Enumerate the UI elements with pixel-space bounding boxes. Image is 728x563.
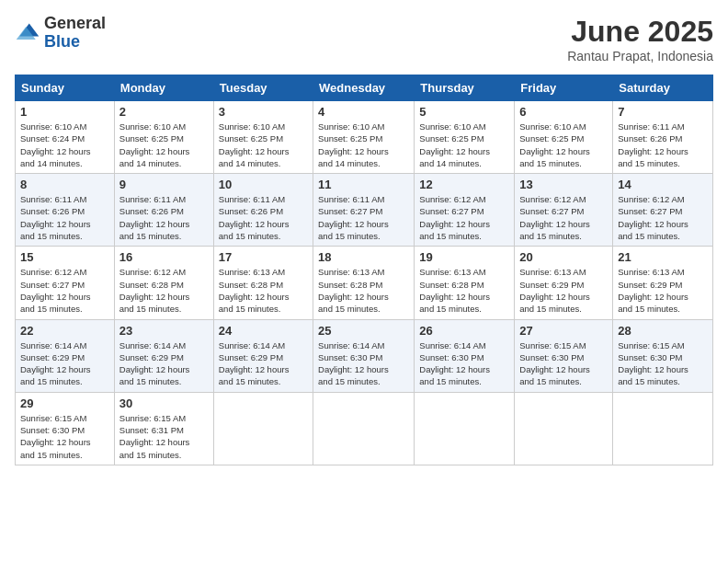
calendar-day-cell [313, 392, 415, 465]
calendar-day-cell: 16 Sunrise: 6:12 AM Sunset: 6:28 PM Dayl… [114, 247, 213, 319]
calendar-day-cell: 27 Sunrise: 6:15 AM Sunset: 6:30 PM Dayl… [515, 319, 613, 392]
day-info: Sunrise: 6:14 AM Sunset: 6:30 PM Dayligh… [318, 339, 409, 388]
calendar-day-cell: 8 Sunrise: 6:11 AM Sunset: 6:26 PM Dayli… [16, 174, 115, 247]
day-number: 30 [119, 396, 209, 410]
logo: General Blue [15, 15, 106, 52]
day-info: Sunrise: 6:12 AM Sunset: 6:28 PM Dayligh… [119, 266, 209, 315]
weekday-header-saturday: Saturday [613, 75, 713, 101]
day-info: Sunrise: 6:10 AM Sunset: 6:25 PM Dayligh… [318, 121, 409, 169]
day-info: Sunrise: 6:15 AM Sunset: 6:30 PM Dayligh… [519, 339, 608, 388]
logo-icon [15, 20, 40, 46]
day-number: 10 [219, 178, 308, 191]
day-number: 1 [20, 105, 109, 119]
day-number: 7 [618, 105, 708, 119]
day-info: Sunrise: 6:10 AM Sunset: 6:25 PM Dayligh… [219, 121, 308, 169]
title-area: June 2025 Rantau Prapat, Indonesia [567, 15, 713, 63]
day-info: Sunrise: 6:10 AM Sunset: 6:25 PM Dayligh… [519, 121, 608, 169]
day-number: 12 [419, 178, 509, 191]
day-number: 18 [318, 250, 409, 264]
subtitle: Rantau Prapat, Indonesia [567, 49, 713, 63]
calendar-week-row: 22 Sunrise: 6:14 AM Sunset: 6:29 PM Dayl… [16, 319, 713, 392]
calendar-table: SundayMondayTuesdayWednesdayThursdayFrid… [15, 75, 713, 465]
day-info: Sunrise: 6:13 AM Sunset: 6:28 PM Dayligh… [419, 266, 509, 315]
day-number: 26 [419, 324, 509, 338]
logo-text: General Blue [44, 15, 106, 52]
day-number: 11 [318, 178, 409, 191]
weekday-header-tuesday: Tuesday [213, 75, 313, 101]
day-info: Sunrise: 6:13 AM Sunset: 6:28 PM Dayligh… [318, 266, 409, 315]
day-info: Sunrise: 6:15 AM Sunset: 6:30 PM Dayligh… [618, 339, 708, 388]
day-number: 19 [419, 250, 509, 264]
day-number: 17 [219, 250, 308, 264]
day-number: 28 [618, 324, 708, 338]
calendar-day-cell: 5 Sunrise: 6:10 AM Sunset: 6:25 PM Dayli… [415, 101, 515, 174]
calendar-day-cell [515, 392, 613, 465]
day-info: Sunrise: 6:14 AM Sunset: 6:29 PM Dayligh… [119, 339, 209, 388]
calendar-day-cell: 28 Sunrise: 6:15 AM Sunset: 6:30 PM Dayl… [613, 319, 713, 392]
calendar-day-cell: 17 Sunrise: 6:13 AM Sunset: 6:28 PM Dayl… [213, 247, 313, 319]
weekday-header-monday: Monday [114, 75, 213, 101]
day-number: 8 [20, 178, 109, 191]
day-number: 20 [519, 250, 608, 264]
calendar-day-cell: 2 Sunrise: 6:10 AM Sunset: 6:25 PM Dayli… [114, 101, 213, 174]
day-number: 29 [20, 396, 109, 410]
calendar-day-cell: 25 Sunrise: 6:14 AM Sunset: 6:30 PM Dayl… [313, 319, 415, 392]
day-info: Sunrise: 6:13 AM Sunset: 6:29 PM Dayligh… [618, 266, 708, 315]
calendar-day-cell: 18 Sunrise: 6:13 AM Sunset: 6:28 PM Dayl… [313, 247, 415, 319]
calendar-day-cell [213, 392, 313, 465]
calendar-day-cell: 7 Sunrise: 6:11 AM Sunset: 6:26 PM Dayli… [613, 101, 713, 174]
calendar-day-cell: 23 Sunrise: 6:14 AM Sunset: 6:29 PM Dayl… [114, 319, 213, 392]
calendar-week-row: 29 Sunrise: 6:15 AM Sunset: 6:30 PM Dayl… [16, 392, 713, 465]
day-number: 6 [519, 105, 608, 119]
calendar-week-row: 15 Sunrise: 6:12 AM Sunset: 6:27 PM Dayl… [16, 247, 713, 319]
day-number: 13 [519, 178, 608, 191]
day-info: Sunrise: 6:13 AM Sunset: 6:28 PM Dayligh… [219, 266, 308, 315]
weekday-header-friday: Friday [515, 75, 613, 101]
day-number: 15 [20, 250, 109, 264]
calendar-day-cell: 4 Sunrise: 6:10 AM Sunset: 6:25 PM Dayli… [313, 101, 415, 174]
day-number: 23 [119, 324, 209, 338]
day-number: 21 [618, 250, 708, 264]
day-number: 16 [119, 250, 209, 264]
day-number: 25 [318, 324, 409, 338]
calendar-day-cell: 20 Sunrise: 6:13 AM Sunset: 6:29 PM Dayl… [515, 247, 613, 319]
day-info: Sunrise: 6:15 AM Sunset: 6:31 PM Dayligh… [119, 412, 209, 461]
day-info: Sunrise: 6:14 AM Sunset: 6:30 PM Dayligh… [419, 339, 509, 388]
calendar-day-cell: 9 Sunrise: 6:11 AM Sunset: 6:26 PM Dayli… [114, 174, 213, 247]
calendar-day-cell: 11 Sunrise: 6:11 AM Sunset: 6:27 PM Dayl… [313, 174, 415, 247]
calendar-day-cell: 22 Sunrise: 6:14 AM Sunset: 6:29 PM Dayl… [16, 319, 115, 392]
calendar-day-cell: 24 Sunrise: 6:14 AM Sunset: 6:29 PM Dayl… [213, 319, 313, 392]
day-number: 2 [119, 105, 209, 119]
day-number: 3 [219, 105, 308, 119]
day-number: 4 [318, 105, 409, 119]
weekday-header-wednesday: Wednesday [313, 75, 415, 101]
calendar-day-cell: 15 Sunrise: 6:12 AM Sunset: 6:27 PM Dayl… [16, 247, 115, 319]
calendar-day-cell: 3 Sunrise: 6:10 AM Sunset: 6:25 PM Dayli… [213, 101, 313, 174]
day-info: Sunrise: 6:13 AM Sunset: 6:29 PM Dayligh… [519, 266, 608, 315]
day-info: Sunrise: 6:14 AM Sunset: 6:29 PM Dayligh… [20, 339, 109, 388]
day-number: 5 [419, 105, 509, 119]
calendar-week-row: 1 Sunrise: 6:10 AM Sunset: 6:24 PM Dayli… [16, 101, 713, 174]
day-number: 27 [519, 324, 608, 338]
day-info: Sunrise: 6:11 AM Sunset: 6:26 PM Dayligh… [618, 121, 708, 169]
day-info: Sunrise: 6:15 AM Sunset: 6:30 PM Dayligh… [20, 412, 109, 461]
weekday-header-thursday: Thursday [415, 75, 515, 101]
calendar-day-cell: 12 Sunrise: 6:12 AM Sunset: 6:27 PM Dayl… [415, 174, 515, 247]
day-info: Sunrise: 6:10 AM Sunset: 6:25 PM Dayligh… [119, 121, 209, 169]
calendar-header-row: SundayMondayTuesdayWednesdayThursdayFrid… [16, 75, 713, 101]
calendar-day-cell [415, 392, 515, 465]
logo-blue: Blue [44, 33, 106, 52]
calendar-week-row: 8 Sunrise: 6:11 AM Sunset: 6:26 PM Dayli… [16, 174, 713, 247]
calendar-day-cell: 1 Sunrise: 6:10 AM Sunset: 6:24 PM Dayli… [16, 101, 115, 174]
weekday-header-sunday: Sunday [16, 75, 115, 101]
calendar-day-cell [613, 392, 713, 465]
day-info: Sunrise: 6:11 AM Sunset: 6:27 PM Dayligh… [318, 193, 409, 242]
day-info: Sunrise: 6:12 AM Sunset: 6:27 PM Dayligh… [419, 193, 509, 242]
month-title: June 2025 [567, 15, 713, 49]
day-info: Sunrise: 6:12 AM Sunset: 6:27 PM Dayligh… [618, 193, 708, 242]
calendar-day-cell: 6 Sunrise: 6:10 AM Sunset: 6:25 PM Dayli… [515, 101, 613, 174]
day-info: Sunrise: 6:11 AM Sunset: 6:26 PM Dayligh… [219, 193, 308, 242]
calendar-day-cell: 14 Sunrise: 6:12 AM Sunset: 6:27 PM Dayl… [613, 174, 713, 247]
calendar-day-cell: 21 Sunrise: 6:13 AM Sunset: 6:29 PM Dayl… [613, 247, 713, 319]
day-info: Sunrise: 6:10 AM Sunset: 6:24 PM Dayligh… [20, 121, 109, 169]
